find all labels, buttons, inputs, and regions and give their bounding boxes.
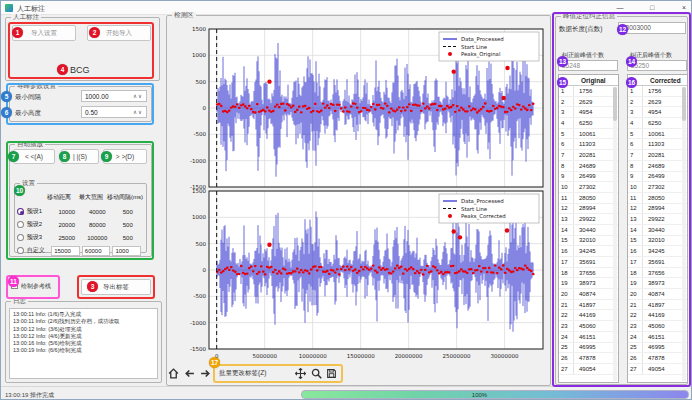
preset-radio[interactable]	[17, 234, 24, 241]
min-interval-value[interactable]: 1000.00	[82, 93, 130, 100]
badge-16: 16	[626, 77, 637, 88]
corrected-table-row: 2749054	[628, 364, 687, 375]
progress-label: 100%	[472, 392, 487, 398]
maximize-button[interactable]: □	[641, 2, 663, 14]
svg-text:1500: 1500	[192, 188, 206, 194]
corrected-table-row: 1329922	[628, 214, 687, 225]
original-table-row: 1228994	[559, 204, 618, 215]
badge-17: 17	[209, 357, 220, 368]
corrected-table-row: 2040874	[628, 289, 687, 300]
preset-value: 500	[113, 209, 143, 215]
corrected-table-row: 510061	[628, 129, 687, 140]
autoplay-back-button[interactable]: < <(A)	[13, 149, 55, 164]
badge-10: 10	[14, 185, 25, 196]
pan-icon[interactable]	[294, 367, 307, 380]
svg-text:20000000: 20000000	[395, 353, 423, 359]
svg-text:Start Line: Start Line	[461, 44, 488, 50]
badge-5: 5	[1, 91, 12, 102]
corrected-table-row: 1228994	[628, 204, 687, 215]
original-table-row: 720281	[559, 150, 618, 161]
progress-bar: 100%	[301, 390, 689, 399]
svg-text:0: 0	[203, 105, 207, 111]
preset-label: 自定义	[27, 246, 51, 255]
min-height-spinbox[interactable]: 0.50 ∧∨	[81, 106, 147, 118]
corrected-table-row: 2244169	[628, 310, 687, 321]
log-list[interactable]: 13:00:11 Info: (1/6)导入完成13:00:11 Info: (…	[9, 308, 158, 379]
preset-radio[interactable]	[17, 208, 24, 215]
spinner-arrows-icon[interactable]: ∧∨	[130, 93, 146, 99]
corrected-table-row: 2345060	[628, 321, 687, 332]
svg-text:1000: 1000	[192, 52, 206, 58]
corrected-table-row: 1532010	[628, 236, 687, 247]
original-table-row: 1027302	[559, 182, 618, 193]
original-table-row: 2141897	[559, 300, 618, 311]
save-icon[interactable]	[325, 367, 338, 380]
corrected-table-row: 1430440	[628, 225, 687, 236]
signal-charts[interactable]: 150010005000-500-1000-1500Data_Processed…	[185, 25, 547, 363]
group-peak-params-title: 寻峰参数设置	[15, 83, 58, 90]
svg-text:15000000: 15000000	[347, 353, 375, 359]
data-length-field[interactable]: 33003000	[618, 22, 686, 34]
svg-text:Start Line: Start Line	[461, 206, 488, 212]
svg-text:5000000: 5000000	[252, 353, 277, 359]
preset-label: 预设1	[27, 207, 52, 216]
corrected-table-row: 1837656	[628, 268, 687, 279]
preset-custom-input[interactable]: 1000	[112, 246, 141, 256]
original-table-scrollbar[interactable]	[613, 87, 617, 381]
data-length-label: 数据长度(点数)	[559, 25, 602, 34]
svg-text:-500: -500	[194, 131, 207, 137]
badge-6: 6	[1, 107, 12, 118]
corrected-table-row: 34954	[628, 107, 687, 118]
before-count-label: 纠正前峰值个数	[562, 51, 604, 60]
corrected-table-row: 1027302	[628, 182, 687, 193]
original-table-row: 2040874	[559, 289, 618, 300]
svg-text:30000000: 30000000	[491, 353, 519, 359]
badge-3: 3	[87, 281, 98, 292]
corrected-table-row: 2446151	[628, 332, 687, 343]
log-line: 13:00:11 Info: (1/6)导入完成	[13, 311, 154, 318]
app-icon	[5, 4, 13, 12]
reference-line-label: 绘制参考线	[21, 282, 51, 291]
original-table-row: 2244169	[559, 310, 618, 321]
corrected-table-row: 46250	[628, 118, 687, 129]
home-icon[interactable]	[167, 367, 180, 380]
min-interval-spinbox[interactable]: 1000.00 ∧∨	[81, 90, 147, 102]
signal-type-label: BCG	[70, 65, 90, 75]
original-peaks-table[interactable]: Original 1175622629349544625051006161130…	[558, 74, 619, 383]
svg-text:1500: 1500	[192, 26, 206, 32]
group-manual-title: 人工标注	[11, 14, 41, 21]
original-table-body: 1175622629349544625051006161130372028182…	[559, 86, 618, 375]
preset-custom-input[interactable]: 15000	[51, 246, 80, 256]
svg-text:0: 0	[203, 267, 207, 273]
corrected-table-scrollbar[interactable]	[682, 87, 686, 381]
forward-arrow-icon[interactable]	[199, 367, 212, 380]
corrected-table-row: 22629	[628, 97, 687, 108]
corrected-table-row: 824689	[628, 161, 687, 172]
log-line: 13:00:11 Info: (2/6)找到历史存档，成功读取	[13, 318, 154, 325]
original-table-row: 1430440	[559, 225, 618, 236]
group-autoplay-title: 自动播放	[15, 141, 45, 148]
svg-text:-500: -500	[194, 293, 207, 299]
min-height-value[interactable]: 0.50	[82, 109, 130, 116]
log-line: 13:00:16 Info: (5/6)绘制完成	[13, 340, 154, 347]
corrected-peaks-table[interactable]: Corrected 117562262934954462505100616113…	[627, 74, 688, 383]
log-line: 13:00:19 Info: (6/6)绘制完成	[13, 347, 154, 354]
zoom-icon[interactable]	[310, 367, 323, 380]
batch-change-labels-button[interactable]: 批量更改标签(Z)	[219, 369, 266, 378]
preset-value: 25000	[52, 235, 82, 241]
badge-2: 2	[89, 27, 100, 38]
preset-row: 预设325000100000500	[17, 231, 143, 244]
spinner-arrows-icon[interactable]: ∧∨	[130, 109, 146, 115]
svg-text:-1000: -1000	[190, 320, 206, 326]
original-table-row: 1532010	[559, 236, 618, 247]
preset-custom-input[interactable]: 60000	[82, 246, 111, 256]
preset-row: 预设22000080000500	[17, 218, 143, 231]
badge-14: 14	[626, 56, 637, 67]
original-table-row: 1837656	[559, 268, 618, 279]
group-log-title: 日志	[11, 298, 28, 305]
close-button[interactable]: ×	[673, 2, 692, 14]
back-arrow-icon[interactable]	[183, 367, 196, 380]
preset-radio[interactable]	[17, 221, 24, 228]
original-table-row: 2446151	[559, 332, 618, 343]
preset-radio[interactable]	[17, 247, 24, 254]
